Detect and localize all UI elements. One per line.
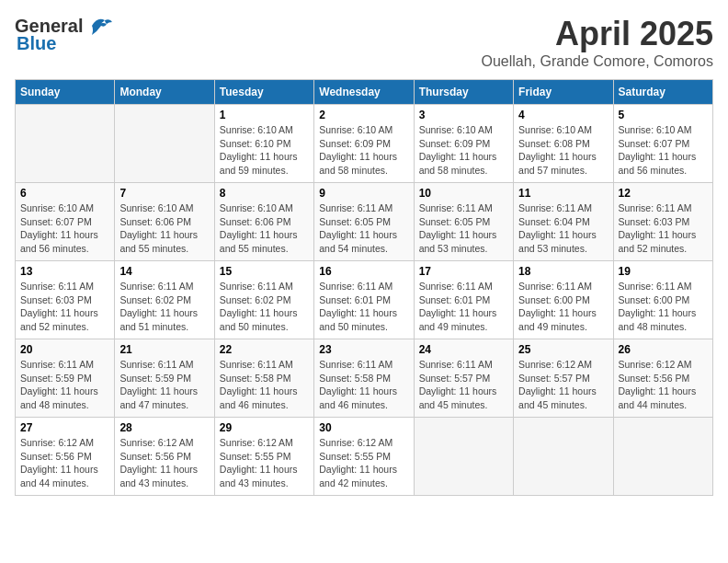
weekday-header: Saturday xyxy=(613,80,712,105)
calendar-cell: 17Sunrise: 6:11 AMSunset: 6:01 PMDayligh… xyxy=(414,261,513,339)
calendar-week-row: 27Sunrise: 6:12 AMSunset: 5:56 PMDayligh… xyxy=(16,418,713,496)
calendar-cell: 15Sunrise: 6:11 AMSunset: 6:02 PMDayligh… xyxy=(214,261,313,339)
calendar-title: April 2025 xyxy=(481,15,713,53)
day-number: 19 xyxy=(619,265,708,278)
calendar-cell: 5Sunrise: 6:10 AMSunset: 6:07 PMDaylight… xyxy=(613,105,712,183)
day-info: Sunrise: 6:10 AMSunset: 6:08 PMDaylight:… xyxy=(518,123,608,178)
calendar-cell: 9Sunrise: 6:11 AMSunset: 6:05 PMDaylight… xyxy=(314,183,414,261)
day-number: 23 xyxy=(319,343,408,356)
day-info: Sunrise: 6:10 AMSunset: 6:07 PMDaylight:… xyxy=(619,123,708,178)
day-number: 29 xyxy=(220,421,309,434)
day-number: 18 xyxy=(518,265,608,278)
calendar-subtitle: Ouellah, Grande Comore, Comoros xyxy=(481,53,713,70)
day-number: 25 xyxy=(518,343,608,356)
day-info: Sunrise: 6:11 AMSunset: 6:03 PMDaylight:… xyxy=(20,280,109,334)
day-number: 24 xyxy=(419,343,508,356)
calendar-cell: 28Sunrise: 6:12 AMSunset: 5:56 PMDayligh… xyxy=(115,418,214,496)
day-number: 9 xyxy=(319,187,408,200)
weekday-header: Thursday xyxy=(414,80,513,105)
calendar-cell: 19Sunrise: 6:11 AMSunset: 6:00 PMDayligh… xyxy=(613,261,712,339)
day-info: Sunrise: 6:10 AMSunset: 6:09 PMDaylight:… xyxy=(319,123,408,178)
day-number: 2 xyxy=(319,109,408,121)
day-number: 30 xyxy=(319,421,408,434)
calendar-cell: 24Sunrise: 6:11 AMSunset: 5:57 PMDayligh… xyxy=(414,339,513,418)
calendar-cell: 2Sunrise: 6:10 AMSunset: 6:09 PMDaylight… xyxy=(314,105,414,183)
day-info: Sunrise: 6:12 AMSunset: 5:56 PMDaylight:… xyxy=(20,436,109,490)
calendar-cell: 6Sunrise: 6:10 AMSunset: 6:07 PMDaylight… xyxy=(16,183,115,261)
day-info: Sunrise: 6:10 AMSunset: 6:09 PMDaylight:… xyxy=(419,123,508,178)
calendar-cell: 22Sunrise: 6:11 AMSunset: 5:58 PMDayligh… xyxy=(214,339,313,418)
day-info: Sunrise: 6:11 AMSunset: 6:02 PMDaylight:… xyxy=(220,280,309,334)
calendar-cell: 20Sunrise: 6:11 AMSunset: 5:59 PMDayligh… xyxy=(16,339,115,418)
calendar-cell xyxy=(414,418,513,496)
day-number: 21 xyxy=(119,343,209,356)
day-info: Sunrise: 6:11 AMSunset: 6:02 PMDaylight:… xyxy=(119,280,209,334)
day-info: Sunrise: 6:11 AMSunset: 6:05 PMDaylight:… xyxy=(419,201,508,256)
calendar-cell: 1Sunrise: 6:10 AMSunset: 6:10 PMDaylight… xyxy=(214,105,313,183)
page-header: General Blue April 2025 Ouellah, Grande … xyxy=(15,15,713,70)
day-info: Sunrise: 6:10 AMSunset: 6:07 PMDaylight:… xyxy=(20,201,109,256)
day-info: Sunrise: 6:10 AMSunset: 6:06 PMDaylight:… xyxy=(119,201,209,256)
calendar-cell: 21Sunrise: 6:11 AMSunset: 5:59 PMDayligh… xyxy=(115,339,214,418)
day-number: 14 xyxy=(119,265,209,278)
calendar-cell xyxy=(613,418,712,496)
day-number: 15 xyxy=(220,265,309,278)
day-number: 5 xyxy=(619,109,708,121)
day-number: 1 xyxy=(220,109,309,121)
day-number: 20 xyxy=(20,343,109,356)
calendar-cell xyxy=(16,105,115,183)
day-number: 10 xyxy=(419,187,508,200)
day-number: 12 xyxy=(619,187,708,200)
day-info: Sunrise: 6:12 AMSunset: 5:55 PMDaylight:… xyxy=(220,436,309,490)
calendar-cell: 12Sunrise: 6:11 AMSunset: 6:03 PMDayligh… xyxy=(613,183,712,261)
day-number: 8 xyxy=(220,187,309,200)
day-info: Sunrise: 6:11 AMSunset: 5:59 PMDaylight:… xyxy=(20,358,109,412)
weekday-header: Sunday xyxy=(16,80,115,105)
day-info: Sunrise: 6:11 AMSunset: 6:01 PMDaylight:… xyxy=(419,280,508,334)
day-info: Sunrise: 6:12 AMSunset: 5:55 PMDaylight:… xyxy=(319,436,408,490)
logo-blue-text: Blue xyxy=(15,33,56,54)
day-number: 4 xyxy=(518,109,608,121)
calendar-cell: 23Sunrise: 6:11 AMSunset: 5:58 PMDayligh… xyxy=(314,339,414,418)
day-info: Sunrise: 6:11 AMSunset: 5:59 PMDaylight:… xyxy=(119,358,209,412)
calendar-cell xyxy=(514,418,613,496)
day-info: Sunrise: 6:11 AMSunset: 6:00 PMDaylight:… xyxy=(518,280,608,334)
day-info: Sunrise: 6:11 AMSunset: 6:05 PMDaylight:… xyxy=(319,201,408,256)
logo: General Blue xyxy=(15,15,114,54)
calendar-week-row: 13Sunrise: 6:11 AMSunset: 6:03 PMDayligh… xyxy=(16,261,713,339)
calendar-cell: 16Sunrise: 6:11 AMSunset: 6:01 PMDayligh… xyxy=(314,261,414,339)
calendar-cell: 13Sunrise: 6:11 AMSunset: 6:03 PMDayligh… xyxy=(16,261,115,339)
calendar-cell: 10Sunrise: 6:11 AMSunset: 6:05 PMDayligh… xyxy=(414,183,513,261)
calendar-week-row: 6Sunrise: 6:10 AMSunset: 6:07 PMDaylight… xyxy=(16,183,713,261)
day-number: 11 xyxy=(518,187,608,200)
weekday-header: Tuesday xyxy=(214,80,313,105)
calendar-cell: 25Sunrise: 6:12 AMSunset: 5:57 PMDayligh… xyxy=(514,339,613,418)
day-number: 27 xyxy=(20,421,109,434)
day-number: 16 xyxy=(319,265,408,278)
day-info: Sunrise: 6:11 AMSunset: 6:04 PMDaylight:… xyxy=(518,201,608,256)
day-number: 22 xyxy=(220,343,309,356)
calendar-cell: 30Sunrise: 6:12 AMSunset: 5:55 PMDayligh… xyxy=(314,418,414,496)
day-number: 3 xyxy=(419,109,508,121)
calendar-cell: 8Sunrise: 6:10 AMSunset: 6:06 PMDaylight… xyxy=(214,183,313,261)
day-info: Sunrise: 6:12 AMSunset: 5:56 PMDaylight:… xyxy=(619,358,708,412)
day-number: 7 xyxy=(119,187,209,200)
day-info: Sunrise: 6:11 AMSunset: 5:57 PMDaylight:… xyxy=(419,358,508,412)
day-info: Sunrise: 6:12 AMSunset: 5:56 PMDaylight:… xyxy=(119,436,209,490)
calendar-cell: 27Sunrise: 6:12 AMSunset: 5:56 PMDayligh… xyxy=(16,418,115,496)
calendar-cell: 4Sunrise: 6:10 AMSunset: 6:08 PMDaylight… xyxy=(514,105,613,183)
day-number: 6 xyxy=(20,187,109,200)
calendar-week-row: 20Sunrise: 6:11 AMSunset: 5:59 PMDayligh… xyxy=(16,339,713,418)
calendar-week-row: 1Sunrise: 6:10 AMSunset: 6:10 PMDaylight… xyxy=(16,105,713,183)
day-info: Sunrise: 6:10 AMSunset: 6:10 PMDaylight:… xyxy=(220,123,309,178)
day-info: Sunrise: 6:10 AMSunset: 6:06 PMDaylight:… xyxy=(220,201,309,256)
calendar-table: SundayMondayTuesdayWednesdayThursdayFrid… xyxy=(15,79,713,496)
title-area: April 2025 Ouellah, Grande Comore, Comor… xyxy=(481,15,713,70)
calendar-cell: 14Sunrise: 6:11 AMSunset: 6:02 PMDayligh… xyxy=(115,261,214,339)
day-number: 13 xyxy=(20,265,109,278)
calendar-cell xyxy=(115,105,214,183)
day-number: 28 xyxy=(119,421,209,434)
day-info: Sunrise: 6:11 AMSunset: 5:58 PMDaylight:… xyxy=(220,358,309,412)
calendar-cell: 7Sunrise: 6:10 AMSunset: 6:06 PMDaylight… xyxy=(115,183,214,261)
day-info: Sunrise: 6:11 AMSunset: 6:00 PMDaylight:… xyxy=(619,280,708,334)
